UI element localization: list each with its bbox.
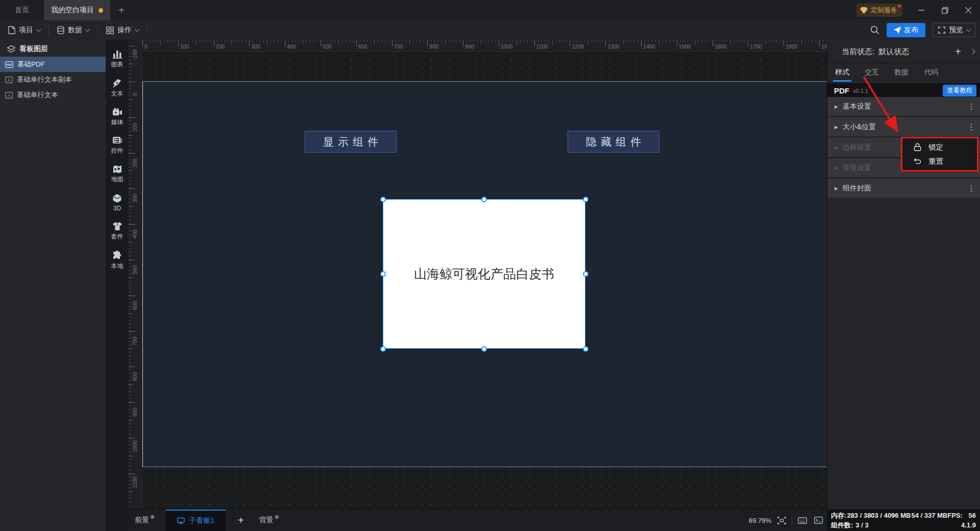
- maximize-button[interactable]: [933, 0, 957, 20]
- layer-item-pdf[interactable]: PDF 基础PDF: [0, 57, 106, 72]
- toolbar-right: 发布 预览: [870, 20, 980, 40]
- hide-component-button[interactable]: 隐藏组件: [568, 131, 659, 153]
- new-tab-button[interactable]: +: [110, 0, 133, 20]
- layer-item-text[interactable]: A 基础单行文本: [0, 87, 106, 103]
- ruler-label: 1500: [679, 43, 691, 50]
- tab-interaction[interactable]: 交互: [864, 66, 880, 79]
- ruler-label: 600: [358, 43, 368, 50]
- plus-icon: +: [238, 515, 244, 526]
- ruler-label: 1000: [132, 441, 138, 452]
- layer-item-text-copy[interactable]: A 基础单行文本副本: [0, 72, 106, 87]
- widget-text[interactable]: 文本: [106, 79, 129, 98]
- tab-code[interactable]: 代码: [923, 66, 939, 79]
- widget-local[interactable]: 本地: [106, 251, 129, 271]
- kebab-menu-icon[interactable]: ⋮: [967, 103, 975, 111]
- resize-handle[interactable]: [481, 346, 487, 352]
- ruler-label: 900: [465, 43, 474, 50]
- fps-group: FPS: 56: [947, 512, 976, 519]
- tab-project[interactable]: 我的空白项目: [44, 0, 110, 20]
- resize-handle[interactable]: [380, 271, 386, 277]
- caret-right-icon: ▶: [835, 145, 838, 150]
- ruler-label: 500: [132, 265, 138, 274]
- diamond-icon: [860, 7, 868, 14]
- widget-label: 套件: [111, 232, 124, 241]
- ruler-horizontal: 0100200300400500600700800900100011001200…: [129, 40, 827, 52]
- ruler-label: 700: [132, 336, 138, 346]
- tab-style[interactable]: 样式: [834, 66, 850, 79]
- components-value: 3 / 3: [855, 521, 868, 529]
- tab-home[interactable]: 首页: [0, 0, 44, 20]
- section-component-cover[interactable]: ▶ 组件封面 ⋮: [827, 179, 980, 198]
- ruler-label: 1900: [821, 43, 827, 50]
- preview-button[interactable]: 预览: [933, 23, 976, 37]
- caret-right-icon: ▶: [835, 186, 838, 191]
- control-panel-icon: [112, 136, 122, 145]
- minimize-icon: [918, 7, 924, 13]
- state-value: 默认状态: [878, 47, 909, 57]
- widget-suite[interactable]: 套件: [106, 222, 129, 241]
- pdf-component-card[interactable]: 山海鲸可视化产品白皮书: [383, 199, 585, 349]
- fit-screen-button[interactable]: [776, 515, 787, 525]
- console-button[interactable]: [813, 515, 824, 525]
- widget-controls[interactable]: 控件: [106, 136, 129, 155]
- map-icon: [112, 165, 122, 174]
- chevron-down-icon: [135, 27, 140, 32]
- layer-item-label: 基础PDF: [17, 60, 45, 69]
- section-size-position[interactable]: ▶ 大小&位置 ⋮: [827, 117, 980, 136]
- file-icon: [8, 26, 15, 34]
- widget-label: 文本: [111, 89, 124, 98]
- tab-project-label: 我的空白项目: [51, 6, 94, 15]
- foreground-button[interactable]: 前景 ⊕: [129, 516, 160, 525]
- widget-media[interactable]: 媒体: [106, 108, 129, 127]
- memory-label: 内存:: [831, 511, 846, 520]
- widget-3d[interactable]: 3D: [106, 194, 129, 212]
- bottom-bar: 前景 ⊕ 子看板1 + 背景 ⊕ 69.79%: [129, 509, 827, 531]
- close-button[interactable]: [957, 0, 980, 20]
- widget-map[interactable]: 地图: [106, 165, 129, 184]
- zoom-level[interactable]: 69.79%: [749, 517, 771, 524]
- publish-button[interactable]: 发布: [887, 23, 925, 37]
- menu-project[interactable]: 项目: [0, 20, 48, 40]
- add-state-button[interactable]: +: [955, 46, 961, 58]
- resize-handle[interactable]: [583, 197, 589, 202]
- section-label: 背景设置: [843, 163, 871, 173]
- ruler-label: 400: [287, 43, 296, 50]
- subboard-tab[interactable]: 子看板1: [166, 510, 226, 531]
- custom-service-badge[interactable]: 定制服务: [856, 4, 902, 17]
- ruler-label: 100: [132, 123, 138, 132]
- background-button[interactable]: 背景 ⊕: [253, 516, 284, 525]
- widget-charts[interactable]: 图表: [106, 50, 129, 69]
- kebab-menu-icon[interactable]: ⋮: [967, 123, 975, 131]
- chevron-right-icon[interactable]: [969, 49, 975, 54]
- caret-right-icon: ▶: [835, 165, 838, 171]
- board-top-edge: [129, 81, 827, 82]
- shortcuts-button[interactable]: [797, 515, 808, 525]
- ruler-label: 600: [132, 301, 138, 310]
- circle-plus-icon[interactable]: ⊕: [150, 514, 155, 520]
- minimize-button[interactable]: [910, 0, 933, 20]
- kebab-menu-icon[interactable]: ⋮: [967, 184, 975, 192]
- section-basic-settings[interactable]: ▶ 基本设置 ⋮: [827, 97, 980, 116]
- canvas[interactable]: 0100200300400500600700800900100011001200…: [129, 40, 827, 510]
- unsaved-dot-icon: [99, 8, 103, 13]
- tutorial-button[interactable]: 查看教程: [943, 85, 976, 96]
- show-component-button[interactable]: 显示组件: [305, 131, 397, 153]
- menu-data[interactable]: 数据: [49, 20, 97, 40]
- resize-handle[interactable]: [380, 346, 386, 352]
- circle-plus-icon[interactable]: ⊕: [275, 514, 279, 520]
- menu-project-label: 项目: [19, 26, 33, 35]
- add-board-button[interactable]: +: [229, 515, 253, 526]
- resize-handle[interactable]: [583, 271, 589, 277]
- bottom-bar-right: 69.79%: [749, 515, 827, 525]
- resize-handle[interactable]: [380, 197, 386, 202]
- search-icon[interactable]: [870, 26, 879, 35]
- tab-data[interactable]: 数据: [893, 66, 910, 79]
- text-layer-icon: A: [5, 77, 13, 83]
- panel-tabs: 样式 交互 数据 代码: [827, 64, 980, 81]
- resize-handle[interactable]: [481, 197, 487, 202]
- puzzle-icon: [112, 251, 122, 260]
- menu-actions[interactable]: 操作: [98, 20, 147, 40]
- resize-handle[interactable]: [583, 346, 589, 352]
- ruler-label: 1100: [536, 43, 548, 50]
- ruler-label: 800: [429, 43, 438, 50]
